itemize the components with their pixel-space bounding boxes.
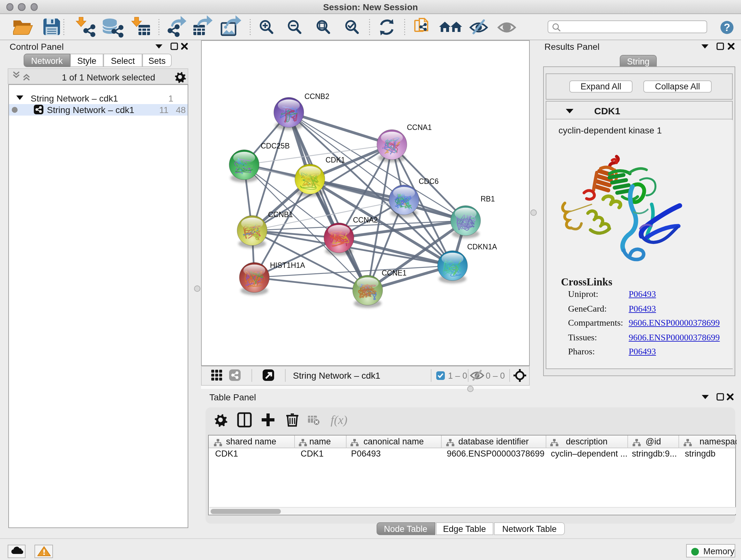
svg-text:CDC6: CDC6 [419,177,439,186]
svg-text:1 – 0: 1 – 0 [448,371,467,381]
svg-text:f(x): f(x) [331,413,347,427]
svg-text:0 – 0: 0 – 0 [486,371,505,381]
svg-text:String Network – cdk1: String Network – cdk1 [293,371,381,381]
svg-text:CCNA1: CCNA1 [407,123,432,132]
svg-text:CDK1: CDK1 [326,156,345,164]
svg-text:CCNB2: CCNB2 [305,92,329,101]
svg-text:?: ? [724,21,730,33]
svg-text:HIST1H1A: HIST1H1A [270,261,306,269]
svg-text:CCNA2: CCNA2 [353,216,378,224]
svg-text:CCNB1: CCNB1 [268,210,293,219]
svg-text:CCNE1: CCNE1 [382,269,407,277]
svg-text:RB1: RB1 [481,195,495,203]
svg-text:CDKN1A: CDKN1A [467,243,497,251]
svg-text:CDC25B: CDC25B [261,142,290,150]
